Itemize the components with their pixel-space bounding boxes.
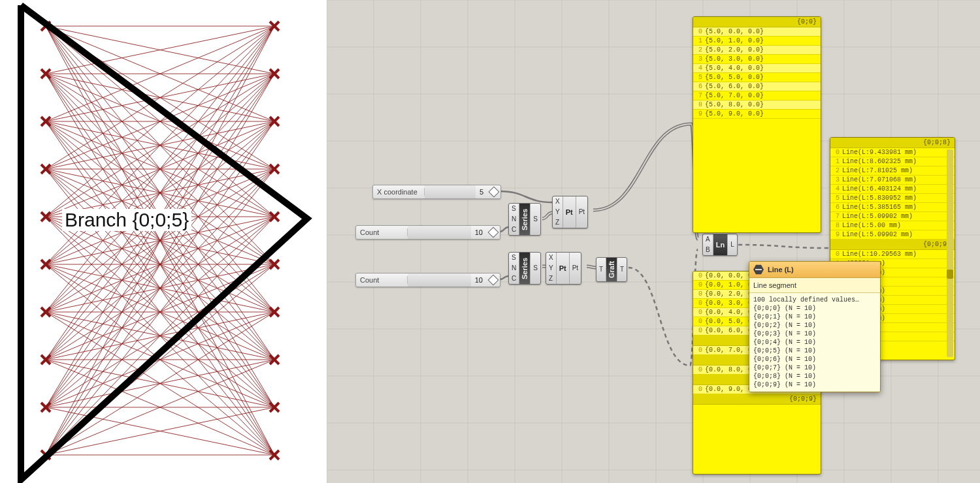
branch-indicator-triangle: [21, 5, 307, 480]
diamond-icon: [489, 187, 500, 198]
table-row: 0Line(L:10.29563 mm): [830, 250, 955, 259]
table-row: 7Line(L:5.09902 mm): [830, 212, 955, 221]
component-series-2[interactable]: S N C Series S: [508, 252, 541, 285]
component-construct-point-1[interactable]: X Y Z Pt Pt: [552, 196, 588, 228]
tooltip-branch-line: {0;0;7} (N = 10): [753, 364, 876, 372]
table-row: 8Line(L:5.00 mm): [830, 221, 955, 230]
tooltip-description: Line segment: [749, 278, 880, 293]
panel-path-header: {0;0;9}: [693, 394, 821, 405]
table-row: 4Line(L:6.403124 mm): [830, 185, 955, 194]
table-row: 7{5.0, 7.0, 0.0}: [693, 91, 821, 101]
tooltip-branch-line: {0;0;4} (N = 10): [753, 338, 876, 347]
tooltip-branch-line: {0;0;9} (N = 10): [753, 381, 876, 389]
scrollbar-thumb[interactable]: [947, 270, 953, 279]
panel-path-header: {0;0;8}: [830, 138, 955, 148]
tooltip-branch-line: {0;0;3} (N = 10): [753, 330, 876, 338]
table-row: 8{5.0, 8.0, 0.0}: [693, 101, 821, 110]
slider-count-1[interactable]: Count 10: [355, 225, 500, 240]
tooltip-branch-line: {0;0;1} (N = 10): [753, 313, 876, 321]
table-row: 0Line(L:9.433981 mm): [830, 148, 955, 157]
diamond-icon: [488, 275, 499, 286]
slider-x-coordinate[interactable]: X coordinate 5: [372, 185, 501, 199]
component-line[interactable]: A B Ln L: [702, 234, 738, 256]
tooltip-line-output: Line (L) Line segment 100 locally define…: [749, 261, 881, 392]
tooltip-branch-line: {0;0;8} (N = 10): [753, 372, 876, 381]
table-row: 3Line(L:7.071068 mm): [830, 176, 955, 185]
grasshopper-canvas[interactable]: X coordinate 5 Count 10 Count 10 S N C S…: [327, 0, 980, 483]
table-row: 1Line(L:8.602325 mm): [830, 157, 955, 166]
panel-path-header: {0;0}: [693, 17, 821, 27]
component-construct-point-2[interactable]: X Y Z Pt Pt: [546, 252, 581, 285]
component-series-1[interactable]: S N C Series S: [508, 203, 541, 236]
table-row: 9Line(L:5.09902 mm): [830, 230, 955, 240]
table-row: 6{5.0, 6.0, 0.0}: [693, 82, 821, 91]
rhino-viewport: Branch {0;0;5}: [0, 0, 327, 483]
table-row: 5Line(L:5.830952 mm): [830, 194, 955, 203]
component-graft[interactable]: T Graft T: [596, 257, 627, 282]
branch-label: Branch {0;0;5}: [62, 209, 191, 231]
tooltip-summary: 100 locally defined values…: [753, 296, 876, 304]
diamond-icon: [488, 227, 499, 238]
table-row: 2{5.0, 2.0, 0.0}: [693, 46, 821, 55]
scrollbar[interactable]: [947, 149, 953, 357]
tooltip-branch-line: {0;0;6} (N = 10): [753, 355, 876, 364]
table-row: 4{5.0, 4.0, 0.0}: [693, 64, 821, 73]
table-row: 0{5.0, 0.0, 0.0}: [693, 27, 821, 37]
tooltip-title: Line (L): [768, 265, 794, 274]
component-icon: [753, 264, 764, 275]
panel-path-header: {0;0;9}: [830, 240, 955, 250]
table-row: 1{5.0, 1.0, 0.0}: [693, 37, 821, 46]
table-row: 5{5.0, 5.0, 0.0}: [693, 73, 821, 82]
tooltip-branch-line: {0;0;5} (N = 10): [753, 347, 876, 355]
tooltip-branch-line: {0;0;2} (N = 10): [753, 321, 876, 330]
table-row: 3{5.0, 3.0, 0.0}: [693, 55, 821, 64]
table-row: 6Line(L:5.385165 mm): [830, 203, 955, 212]
table-row: 2Line(L:7.81025 mm): [830, 166, 955, 176]
table-row: 9{5.0, 9.0, 0.0}: [693, 110, 821, 119]
tooltip-branch-line: {0;0;0} (N = 10): [753, 304, 876, 313]
panel-points-a[interactable]: {0;0} 0{5.0, 0.0, 0.0}1{5.0, 1.0, 0.0}2{…: [693, 16, 821, 233]
slider-count-2[interactable]: Count 10: [355, 273, 500, 287]
